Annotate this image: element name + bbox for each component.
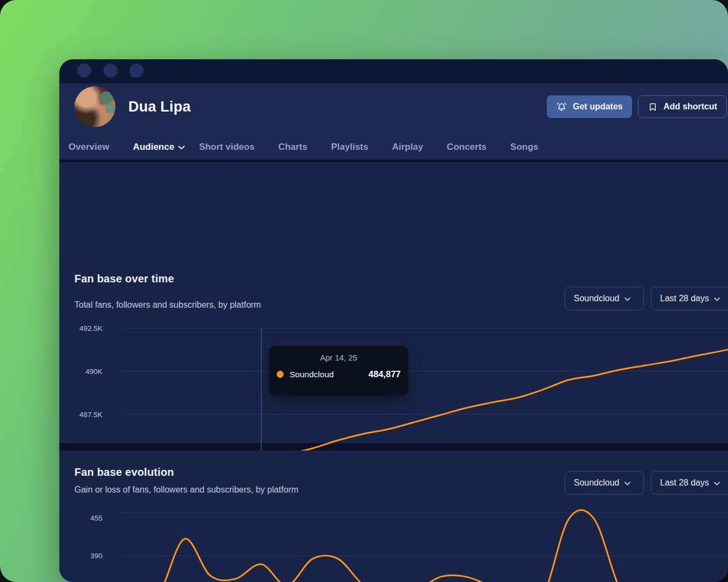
y-axis-tick-label: 455: [90, 514, 102, 522]
app-window: Dua Lipa Get updates Add shortcut O: [59, 59, 728, 582]
window-control-dot[interactable]: [104, 64, 118, 78]
tab-charts[interactable]: Charts: [278, 142, 307, 153]
series-line-soundcloud: [133, 510, 728, 582]
date-range-select[interactable]: Last 28 days: [651, 287, 728, 310]
add-shortcut-button[interactable]: Add shortcut: [638, 95, 727, 118]
y-axis-tick-label: 390: [90, 552, 102, 560]
artist-header: Dua Lipa Get updates Add shortcut O: [59, 84, 728, 160]
platform-select[interactable]: Soundcloud: [565, 471, 644, 495]
section-subtitle: Gain or loss of fans, followers and subs…: [74, 485, 298, 495]
artist-name: Dua Lipa: [128, 99, 191, 115]
fan-base-evolution-chart[interactable]: 455390: [59, 501, 728, 582]
tab-playlists[interactable]: Playlists: [331, 142, 368, 153]
screenshot-root: { "header": { "artist_name": "Dua Lipa",…: [0, 0, 728, 582]
tab-songs[interactable]: Songs: [510, 142, 538, 153]
date-range-select[interactable]: Last 28 days: [651, 471, 728, 495]
tab-overview[interactable]: Overview: [68, 142, 109, 153]
tooltip-date: Apr 14, 25: [277, 353, 401, 362]
tooltip-row: Soundcloud 484,877: [277, 369, 401, 379]
window-control-dot[interactable]: [129, 64, 143, 78]
section-subtitle: Total fans, followers and subscribers, b…: [74, 300, 261, 310]
bookmark-icon: [648, 102, 658, 112]
y-axis-tick-label: 487.5K: [79, 411, 102, 419]
tab-concerts[interactable]: Concerts: [447, 142, 487, 153]
window-titlebar: [59, 59, 728, 84]
chevron-down-icon: [624, 478, 630, 488]
y-axis-tick-label: 492.5K: [79, 324, 102, 332]
fan-base-over-time-section: Fan base over time Total fans, followers…: [59, 162, 728, 443]
section-title: Fan base over time: [74, 273, 174, 285]
get-updates-button[interactable]: Get updates: [547, 95, 632, 118]
chevron-down-icon: [714, 478, 720, 488]
soundcloud-series-dot-icon: [277, 371, 284, 378]
chart-tooltip: Apr 14, 25 Soundcloud 484,877: [269, 346, 408, 396]
bell-icon: [556, 101, 567, 113]
platform-select[interactable]: Soundcloud: [565, 287, 644, 310]
add-shortcut-label: Add shortcut: [663, 102, 717, 112]
tooltip-value: 484,877: [368, 369, 401, 379]
chevron-down-icon: [714, 294, 720, 303]
tab-airplay[interactable]: Airplay: [392, 142, 423, 153]
y-axis-tick-label: 490K: [85, 368, 102, 376]
artist-avatar: [74, 86, 115, 127]
chevron-down-icon: [178, 142, 185, 153]
chevron-down-icon: [624, 294, 630, 303]
window-control-dot[interactable]: [77, 64, 91, 78]
section-title: Fan base evolution: [74, 466, 174, 479]
tab-short-videos[interactable]: Short videos: [199, 142, 255, 153]
artist-nav-tabs: Overview Audience Short videos Charts Pl…: [68, 135, 538, 160]
tooltip-platform: Soundcloud: [290, 370, 334, 379]
get-updates-label: Get updates: [573, 102, 622, 112]
fan-base-evolution-section: Fan base evolution Gain or loss of fans,…: [59, 451, 728, 582]
tab-audience[interactable]: Audience: [133, 142, 176, 153]
